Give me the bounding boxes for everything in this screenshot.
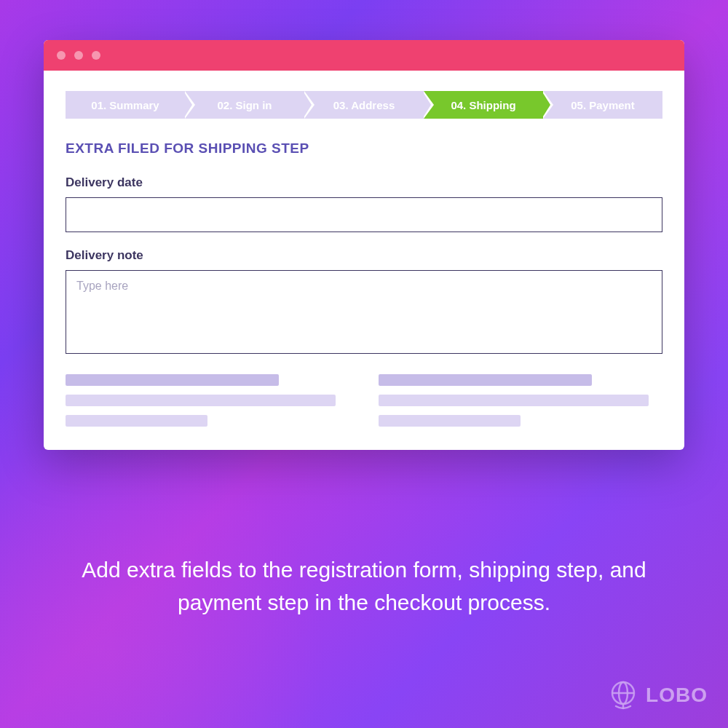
checkout-steps: 01. Summary 02. Sign in 03. Address 04. … [66,91,662,119]
skeleton-placeholder [66,374,662,427]
window-titlebar [44,40,684,71]
delivery-note-label: Delivery note [66,248,662,263]
section-title: EXTRA FILED FOR SHIPPING STEP [66,141,662,157]
window-control-dot[interactable] [74,51,83,60]
step-shipping[interactable]: 04. Shipping [424,91,543,119]
delivery-date-label: Delivery date [66,175,662,190]
brand-logo: LOBO [606,678,708,712]
skeleton-bar [66,395,336,406]
promo-caption: Add extra fields to the registration for… [0,553,728,619]
skeleton-bar [379,415,521,427]
skeleton-bar [379,374,592,386]
step-payment[interactable]: 05. Payment [543,91,662,119]
delivery-date-input[interactable] [66,197,662,232]
window-content: 01. Summary 02. Sign in 03. Address 04. … [44,71,684,450]
step-signin[interactable]: 02. Sign in [185,91,304,119]
skeleton-col-left [66,374,349,427]
skeleton-col-right [379,374,662,427]
window-control-dot[interactable] [92,51,100,60]
browser-window: 01. Summary 02. Sign in 03. Address 04. … [44,40,684,450]
delivery-note-textarea[interactable]: Type here [66,270,662,354]
skeleton-bar [66,374,279,386]
skeleton-bar [379,395,649,406]
step-summary[interactable]: 01. Summary [66,91,185,119]
globe-icon [606,678,640,712]
window-control-dot[interactable] [57,51,66,60]
brand-text: LOBO [646,684,708,707]
skeleton-bar [66,415,207,427]
step-address[interactable]: 03. Address [304,91,424,119]
